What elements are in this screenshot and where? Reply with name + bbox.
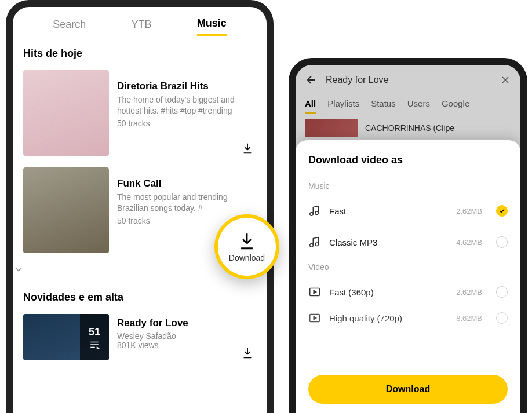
- music-icon: [308, 204, 321, 217]
- download-callout[interactable]: Download: [214, 214, 279, 279]
- option-label: Classic MP3: [329, 237, 448, 247]
- item-body: Diretoria Brazil Hits The home of today'…: [117, 70, 256, 156]
- tab-status[interactable]: Status: [371, 98, 396, 114]
- item-title: Ready for Love: [117, 317, 256, 329]
- option-size: 8.62MB: [456, 314, 482, 323]
- thumbnail: [23, 167, 109, 253]
- video-icon: [308, 286, 321, 298]
- option-fast-video[interactable]: Fast (360p) 2.62MB: [308, 276, 508, 308]
- top-tabs: Search YTB Music: [13, 7, 267, 42]
- playlist-icon: [89, 341, 100, 349]
- filter-tabs: All Playlists Status Users Google: [296, 95, 520, 119]
- option-size: 2.62MB: [456, 207, 482, 215]
- radio-unchecked[interactable]: [496, 236, 508, 248]
- item-meta: 50 tracks: [117, 119, 256, 128]
- result-row-peek: CACHORRINHAS (Clipe: [296, 119, 520, 137]
- option-fast-music[interactable]: Fast 2.62MB: [308, 195, 508, 226]
- section-title-hits: Hits de hoje: [13, 42, 267, 64]
- search-query[interactable]: Ready for Love: [326, 75, 491, 85]
- radio-unchecked[interactable]: [496, 286, 508, 298]
- thumbnail: 51: [23, 314, 109, 360]
- option-size: 2.62MB: [456, 288, 482, 297]
- phone-right: Ready for Love All Playlists Status User…: [289, 58, 527, 413]
- list-item[interactable]: Diretoria Brazil Hits The home of today'…: [13, 64, 267, 162]
- back-icon[interactable]: [305, 74, 318, 86]
- download-icon[interactable]: [241, 142, 254, 155]
- item-title: Diretoria Brazil Hits: [117, 81, 256, 92]
- search-header: Ready for Love: [296, 65, 520, 95]
- option-label: Fast (360p): [329, 287, 448, 297]
- tab-ytb[interactable]: YTB: [131, 14, 151, 35]
- option-classic-mp3[interactable]: Classic MP3 4.62MB: [308, 226, 508, 258]
- option-hq-video[interactable]: High quality (720p) 8.62MB: [308, 308, 508, 328]
- download-sheet: Download video as Music Fast 2.62MB Clas…: [296, 140, 520, 413]
- item-artist: Wesley Safadão: [117, 331, 256, 341]
- thumbnail: [305, 119, 358, 137]
- option-size: 4.62MB: [456, 238, 482, 247]
- option-label: High quality (720p): [329, 313, 448, 323]
- download-icon[interactable]: [241, 346, 254, 359]
- item-desc: The most popular and trending Brazilian …: [117, 192, 256, 214]
- section-title-novidades: Novidades e em alta: [13, 286, 267, 308]
- tab-users[interactable]: Users: [407, 98, 430, 114]
- group-label-video: Video: [308, 262, 508, 272]
- item-body: Ready for Love Wesley Safadão 801K views: [117, 314, 256, 360]
- result-title: CACHORRINHAS (Clipe: [365, 123, 454, 133]
- list-item[interactable]: 51 Ready for Love Wesley Safadão 801K vi…: [13, 308, 267, 366]
- tab-search[interactable]: Search: [53, 14, 86, 35]
- sheet-title: Download video as: [308, 154, 508, 166]
- playlist-overlay: 51: [80, 314, 109, 360]
- tab-playlists[interactable]: Playlists: [327, 98, 359, 114]
- radio-unchecked[interactable]: [496, 312, 508, 324]
- phone-left: Search YTB Music Hits de hoje Diretoria …: [6, 0, 274, 413]
- tab-all[interactable]: All: [305, 98, 316, 114]
- playlist-count: 51: [89, 326, 100, 338]
- callout-label: Download: [229, 253, 265, 262]
- tab-google[interactable]: Google: [442, 98, 469, 114]
- check-icon: [498, 207, 505, 214]
- download-button[interactable]: Download: [308, 375, 508, 404]
- tab-music[interactable]: Music: [197, 13, 227, 36]
- group-label-music: Music: [308, 181, 508, 191]
- item-views: 801K views: [117, 341, 256, 350]
- thumbnail: [23, 70, 109, 156]
- music-icon: [308, 236, 321, 248]
- download-icon: [237, 231, 257, 251]
- option-label: Fast: [329, 206, 448, 216]
- item-desc: The home of today's biggest and hottest …: [117, 94, 256, 116]
- video-icon: [308, 312, 321, 324]
- radio-checked[interactable]: [496, 205, 508, 217]
- item-title: Funk Call: [117, 178, 256, 189]
- close-icon[interactable]: [500, 74, 511, 86]
